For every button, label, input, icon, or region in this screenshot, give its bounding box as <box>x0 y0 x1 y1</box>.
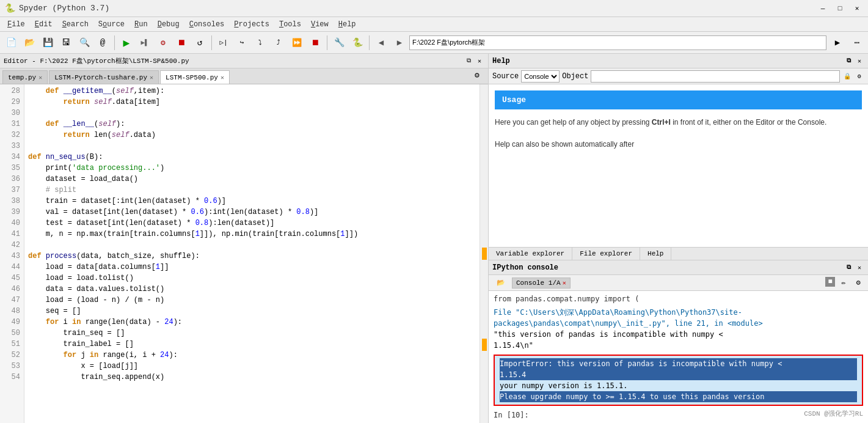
ipython-float-button[interactable]: ⧉ <box>844 263 853 273</box>
path-go-button[interactable]: ▶ <box>829 34 846 51</box>
code-line-48: seq = [] <box>28 306 476 317</box>
tab-variable-explorer[interactable]: Variable explorer <box>489 248 572 260</box>
code-content[interactable]: def __getitem__(self,item): return self.… <box>24 84 480 423</box>
new-console-button[interactable]: 📂 <box>492 274 509 292</box>
tab-close-lstm-sp500[interactable]: ✕ <box>221 74 224 81</box>
save-button[interactable]: 💾 <box>39 34 56 51</box>
at-button[interactable]: @ <box>94 34 111 51</box>
forward-button[interactable]: ▶ <box>391 34 408 51</box>
watermark: CSDN @强化学习RL <box>804 409 863 418</box>
help-float-button[interactable]: ⧉ <box>844 56 853 66</box>
menu-consoles[interactable]: Consoles <box>184 19 230 30</box>
tab-lstm-pytorch[interactable]: LSTM-Pytorch-tushare.py ✕ <box>49 70 159 84</box>
menu-search[interactable]: Search <box>57 19 93 30</box>
code-line-52: for j in range(i, i + 24): <box>28 350 476 361</box>
menu-edit[interactable]: Edit <box>30 19 57 30</box>
code-line-49: for i in range(len(data) - 24): <box>28 317 476 328</box>
code-line-28: def __getitem__(self,item): <box>28 86 476 97</box>
help-tabs: Variable explorer File explorer Help <box>489 247 868 260</box>
code-line-30 <box>28 108 476 119</box>
code-line-42 <box>28 240 476 251</box>
find-button[interactable]: 🔍 <box>76 34 93 51</box>
edit-button[interactable]: ✏ <box>837 277 850 289</box>
continue-button[interactable]: ⏩ <box>288 34 305 51</box>
editor-settings-button[interactable]: ⚙ <box>469 67 486 84</box>
tab-file-explorer[interactable]: File explorer <box>572 248 640 260</box>
tab-help[interactable]: Help <box>640 248 671 260</box>
console-options-button[interactable]: ⚙ <box>852 277 864 289</box>
menu-help[interactable]: Help <box>334 19 361 30</box>
menu-run[interactable]: Run <box>129 19 153 30</box>
run-cell-button[interactable]: ▶▌ <box>136 34 153 51</box>
object-input[interactable] <box>591 70 840 83</box>
code-line-44: load = data[data.columns[1]] <box>28 262 476 273</box>
help-lock-button[interactable]: 🔒 <box>842 72 852 81</box>
new-file-button[interactable]: 📄 <box>2 34 20 51</box>
editor-close-button[interactable]: ✕ <box>475 56 484 66</box>
console-quote: "this version of pandas is incompatible … <box>494 330 723 339</box>
editor-header: Editor - F:\2022 F盘\pytorch框架\LSTM-SP&50… <box>0 54 488 68</box>
debug-button[interactable]: ⚙ <box>155 34 172 51</box>
code-line-31: def __len__(self): <box>28 119 476 130</box>
object-label: Object <box>562 72 588 81</box>
minimize-button[interactable]: — <box>817 2 829 15</box>
window-controls: — □ ✕ <box>817 2 863 15</box>
stepin-button[interactable]: ⤵ <box>252 34 269 51</box>
menu-tools[interactable]: Tools <box>274 19 306 30</box>
editor-scrollbar[interactable] <box>480 84 488 423</box>
title-bar: 🐍 Spyder (Python 3.7) — □ ✕ <box>0 0 868 17</box>
python-button[interactable]: 🐍 <box>349 34 366 51</box>
console-import-line: from pandas.compat.numpy import ( <box>494 293 863 304</box>
menu-projects[interactable]: Projects <box>229 19 274 30</box>
step-button[interactable]: ▷| <box>215 34 232 51</box>
editor-tabs: temp.py ✕ LSTM-Pytorch-tushare.py ✕ LSTM… <box>0 68 488 84</box>
menu-source[interactable]: Source <box>93 19 129 30</box>
restart-button[interactable]: ↺ <box>191 34 208 51</box>
back-button[interactable]: ◀ <box>373 34 390 51</box>
stepout-button[interactable]: ⤴ <box>270 34 287 51</box>
code-line-51: train_label = [] <box>28 339 476 350</box>
console-tab-1[interactable]: Console 1/A ✕ <box>512 278 571 289</box>
code-line-37: # split <box>28 185 476 196</box>
help-close-button[interactable]: ✕ <box>855 56 864 66</box>
source-select[interactable]: Console <box>521 70 560 83</box>
menu-file[interactable]: File <box>2 19 30 30</box>
code-line-38: train = dataset[:int(len(dataset) * 0.6)… <box>28 196 476 207</box>
menu-view[interactable]: View <box>306 19 334 30</box>
code-line-40: test = dataset[int(len(dataset) * 0.8):l… <box>28 218 476 229</box>
error-line-1: ImportError: this version of pandas is i… <box>500 358 857 369</box>
maximize-button[interactable]: □ <box>834 2 846 15</box>
usage-title: Usage <box>502 95 526 105</box>
editor-header-controls: ⧉ ✕ <box>464 56 484 66</box>
console-version-line: 1.15.4\n" <box>494 340 863 351</box>
preferences-button[interactable]: 🔧 <box>330 34 348 51</box>
save-all-button[interactable]: 🖫 <box>57 34 75 51</box>
ipython-header-controls: ⧉ ✕ <box>844 263 864 273</box>
tab-close-lstm-pytorch[interactable]: ✕ <box>150 74 153 81</box>
menu-debug[interactable]: Debug <box>153 19 184 30</box>
path-input[interactable] <box>409 35 826 50</box>
path-options-button[interactable]: ⋯ <box>848 34 866 51</box>
console-content[interactable]: from pandas.compat.numpy import ( File "… <box>489 291 868 423</box>
console-tab-close[interactable]: ✕ <box>563 279 566 287</box>
interrupt-button[interactable]: ■ <box>825 277 835 287</box>
help-options-button[interactable]: ⚙ <box>855 72 864 81</box>
ipython-close-button[interactable]: ✕ <box>855 263 864 273</box>
code-line-43: def process(data, batch_size, shuffle): <box>28 251 476 262</box>
stepover-button[interactable]: ↪ <box>233 34 250 51</box>
help-content: Usage Here you can get help of any objec… <box>489 84 868 247</box>
editor-panel: Editor - F:\2022 F盘\pytorch框架\LSTM-SP&50… <box>0 54 489 423</box>
code-line-36: dataset = load_data() <box>28 174 476 185</box>
run-button[interactable]: ▶ <box>118 34 135 51</box>
tab-lstm-sp500[interactable]: LSTM-SP500.py ✕ <box>160 70 230 84</box>
close-button[interactable]: ✕ <box>851 2 863 15</box>
editor-float-button[interactable]: ⧉ <box>464 56 473 66</box>
open-file-button[interactable]: 📂 <box>21 34 38 51</box>
code-line-53: x = [load[j]] <box>28 361 476 372</box>
tab-close-temp[interactable]: ✕ <box>38 74 42 81</box>
tab-temp-py[interactable]: temp.py ✕ <box>2 70 48 84</box>
stop-debug-button[interactable]: ⏹ <box>307 34 324 51</box>
code-line-45: load = load.tolist() <box>28 273 476 284</box>
stop-button[interactable]: ⏹ <box>173 34 190 51</box>
error-line-3: your numpy version is 1.15.1. <box>500 381 628 390</box>
